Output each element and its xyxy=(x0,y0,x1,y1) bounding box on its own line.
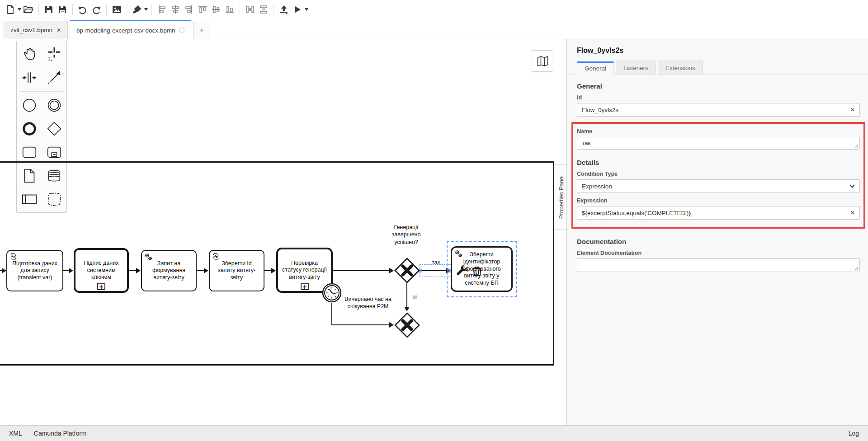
no-flow-label[interactable]: ні xyxy=(410,293,420,300)
sequence-flow-no[interactable] xyxy=(406,283,407,307)
create-task[interactable] xyxy=(17,141,42,164)
create-start-event[interactable] xyxy=(17,94,42,117)
lasso-tool[interactable] xyxy=(42,42,66,66)
diagram-canvas[interactable]: Підготовка даних для запису (transient v… xyxy=(0,39,566,425)
sequence-flow xyxy=(264,270,272,271)
distribute-horizontally-button[interactable] xyxy=(243,3,257,16)
subprocess-plus-icon[interactable] xyxy=(301,283,309,290)
global-connect-tool[interactable] xyxy=(42,66,66,89)
close-icon[interactable]: ✕ xyxy=(57,27,61,33)
condition-type-label: Condition Type xyxy=(577,171,860,177)
space-tool[interactable] xyxy=(17,66,42,89)
deploy-button[interactable] xyxy=(277,3,291,16)
expression-field[interactable]: ${excerptStatus.equals('COMPLETED')} ✕ xyxy=(577,206,860,220)
file-tab-bar: zvit_csv1.bpmn ✕ bp-modeling-excerpt-csv… xyxy=(0,19,868,39)
log-toggle[interactable]: Log xyxy=(849,430,859,437)
execution-platform-label[interactable]: Camunda Platform xyxy=(34,430,87,437)
task-label: Запит на формування витягу-звіту xyxy=(145,260,193,281)
format-brush-button[interactable] xyxy=(130,3,144,16)
hand-tool[interactable] xyxy=(17,42,42,66)
documentation-section-heading: Documentation xyxy=(577,238,860,245)
resize-handle-icon[interactable] xyxy=(854,144,859,148)
properties-panel-toggle[interactable]: Properties Panel xyxy=(555,164,566,230)
properties-tabs: General Listeners Extensions xyxy=(567,61,868,75)
tab-general[interactable]: General xyxy=(577,61,614,75)
new-file-button[interactable] xyxy=(4,3,17,16)
start-instance-dropdown-icon[interactable] xyxy=(304,3,309,16)
sequence-flow xyxy=(197,270,204,271)
distribute-vertically-button[interactable] xyxy=(257,3,270,16)
tab-label: zvit_csv1.bpmn xyxy=(10,27,52,33)
toolbar-separator xyxy=(151,4,152,15)
create-data-store[interactable] xyxy=(42,164,66,188)
align-left-button[interactable] xyxy=(155,3,169,16)
new-tab-button[interactable]: + xyxy=(193,21,210,39)
create-data-object[interactable] xyxy=(17,164,42,188)
pool-top-border[interactable] xyxy=(0,161,554,163)
task-prepare-data[interactable]: Підготовка даних для запису (transient v… xyxy=(6,250,63,291)
task-save-request-id[interactable]: Зберегти Id запиту витягу-звіту xyxy=(209,250,264,291)
clear-icon[interactable]: ✕ xyxy=(850,210,855,216)
timeout-flow-label[interactable]: Вичерпано час на очікування P2M xyxy=(344,296,392,310)
exclusive-gateway-merge[interactable] xyxy=(394,312,420,338)
export-image-button[interactable] xyxy=(110,3,123,16)
create-participant[interactable] xyxy=(17,188,42,211)
id-field[interactable]: Flow_0yvls2s ✕ xyxy=(577,103,860,117)
xml-view-toggle[interactable]: XML xyxy=(9,430,22,437)
task-sign-data[interactable]: Підпис даних системним ключем xyxy=(74,248,129,293)
sequence-flow xyxy=(333,270,390,271)
exclusive-gateway-success[interactable] xyxy=(394,258,420,283)
align-top-button[interactable] xyxy=(196,3,209,16)
tab-zvit-csv1[interactable]: zvit_csv1.bpmn ✕ xyxy=(4,21,68,39)
wrench-icon[interactable] xyxy=(455,264,468,277)
sequence-flow-timeout[interactable] xyxy=(331,303,332,325)
unsaved-indicator-icon xyxy=(179,28,184,33)
task-request-generation[interactable]: Запит на формування витягу-звіту xyxy=(141,250,197,291)
boundary-timer-event[interactable] xyxy=(322,283,342,303)
tab-listeners[interactable]: Listeners xyxy=(616,61,656,75)
arrowhead-icon xyxy=(136,268,141,273)
arrowhead-icon xyxy=(271,268,276,273)
redo-button[interactable] xyxy=(90,3,103,16)
open-file-button[interactable] xyxy=(22,3,35,16)
new-file-dropdown-icon[interactable] xyxy=(17,3,22,16)
yes-flow-label[interactable]: так xyxy=(429,259,443,266)
format-brush-dropdown-icon[interactable] xyxy=(144,3,148,16)
undo-button[interactable] xyxy=(76,3,90,16)
save-as-button[interactable] xyxy=(56,3,69,16)
name-field[interactable]: так xyxy=(577,137,860,150)
element-documentation-field[interactable] xyxy=(577,258,860,272)
create-end-event[interactable] xyxy=(17,117,42,141)
tab-bp-modeling-excerpt[interactable]: bp-modeling-excerpt-csv-docx.bpmn xyxy=(70,20,191,39)
tab-extensions[interactable]: Extensions xyxy=(658,61,703,75)
create-exclusive-gateway[interactable] xyxy=(42,117,66,141)
clear-icon[interactable]: ✕ xyxy=(850,107,855,113)
sequence-flow-timeout[interactable] xyxy=(331,324,390,325)
align-right-button[interactable] xyxy=(182,3,196,16)
align-horizontal-center-button[interactable] xyxy=(209,3,223,16)
align-vertical-center-button[interactable] xyxy=(169,3,182,16)
minimap-toggle-button[interactable] xyxy=(532,50,553,72)
start-instance-button[interactable] xyxy=(291,3,304,16)
toolbar-separator xyxy=(106,4,107,15)
pool-right-border[interactable] xyxy=(553,161,554,366)
condition-type-select[interactable]: Expression xyxy=(577,179,860,193)
save-button[interactable] xyxy=(42,3,56,16)
align-bottom-button[interactable] xyxy=(223,3,236,16)
arrowhead-icon xyxy=(404,307,410,311)
trash-icon[interactable] xyxy=(472,265,483,277)
create-group[interactable] xyxy=(42,188,66,211)
subprocess-plus-icon[interactable] xyxy=(97,283,105,290)
gateway-question-label[interactable]: Генерації завершено успішно? xyxy=(384,224,428,246)
resize-handle-icon[interactable] xyxy=(854,267,859,271)
create-intermediate-event[interactable] xyxy=(42,94,66,117)
properties-panel-toggle-label: Properties Panel xyxy=(558,175,565,219)
name-label: Name xyxy=(577,128,860,135)
palette-separator xyxy=(20,91,63,92)
element-id-title: Flow_0yvls2s xyxy=(577,47,868,55)
pool-bottom-border[interactable] xyxy=(0,364,554,366)
create-subprocess[interactable] xyxy=(42,141,66,164)
toolbar-separator xyxy=(38,4,39,15)
script-task-icon xyxy=(212,253,220,260)
tab-label: bp-modeling-excerpt-csv-docx.bpmn xyxy=(76,27,175,34)
